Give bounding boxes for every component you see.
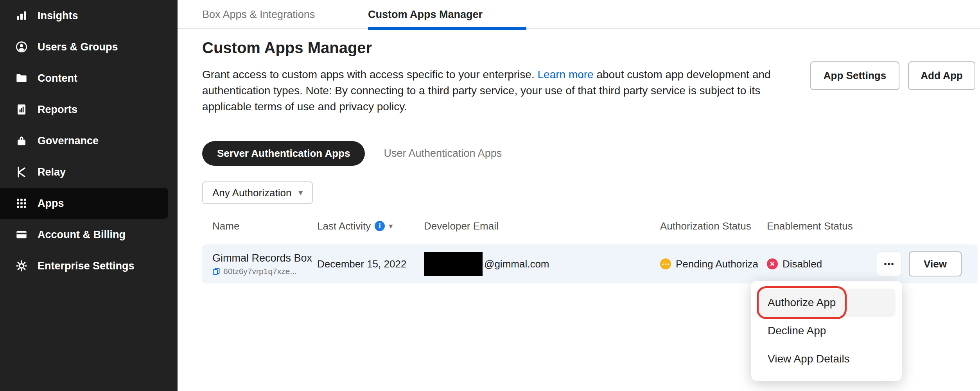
sidebar-item-label: Enterprise Settings bbox=[38, 260, 135, 272]
sidebar-item-label: Reports bbox=[38, 104, 77, 116]
app-client-id: 60tz6y7vrp1q7xze... bbox=[212, 267, 297, 276]
sidebar-item-enterprise-settings[interactable]: Enterprise Settings bbox=[0, 250, 178, 282]
disabled-status-icon: × bbox=[767, 258, 778, 269]
sidebar-item-label: Insights bbox=[38, 10, 78, 22]
description-text-before: Grant access to custom apps with access … bbox=[202, 68, 537, 81]
sidebar-item-insights[interactable]: Insights bbox=[0, 0, 178, 31]
authorization-status-cell: ⋯ Pending Authorization bbox=[660, 244, 758, 283]
developer-email-cell: @gimmal.com bbox=[424, 244, 549, 283]
chevron-down-icon: ▾ bbox=[298, 188, 303, 197]
sort-caret-icon[interactable]: ▾ bbox=[389, 221, 393, 231]
view-button[interactable]: View bbox=[909, 251, 962, 276]
column-header-last-activity[interactable]: Last Activity i ▾ bbox=[317, 217, 393, 235]
menu-item-decline-app[interactable]: Decline App bbox=[757, 317, 896, 345]
auth-type-toggle: Server Authentication Apps User Authenti… bbox=[202, 141, 502, 166]
sidebar-item-label: Relay bbox=[38, 166, 66, 178]
copy-document-icon bbox=[212, 267, 220, 275]
email-domain: @gimmal.com bbox=[484, 258, 549, 270]
app-settings-button[interactable]: App Settings bbox=[810, 61, 899, 90]
lock-icon bbox=[15, 134, 28, 147]
app-name-cell: Gimmal Records Box 60tz6y7vrp1q7xze... bbox=[212, 244, 312, 283]
sidebar: Insights Users & Groups Content Reports bbox=[0, 0, 178, 391]
sidebar-item-users-groups[interactable]: Users & Groups bbox=[0, 31, 178, 63]
app-name: Gimmal Records Box bbox=[212, 252, 312, 264]
sidebar-item-label: Governance bbox=[38, 135, 99, 147]
page-description: Grant access to custom apps with access … bbox=[202, 66, 793, 115]
sidebar-item-governance[interactable]: Governance bbox=[0, 125, 178, 156]
sidebar-item-label: Users & Groups bbox=[38, 41, 118, 53]
relay-icon bbox=[15, 165, 28, 179]
column-header-developer-email[interactable]: Developer Email bbox=[424, 217, 499, 235]
server-auth-apps-tab[interactable]: Server Authentication Apps bbox=[202, 141, 365, 166]
info-icon[interactable]: i bbox=[375, 221, 385, 231]
top-tab-bar: Box Apps & Integrations Custom Apps Mana… bbox=[178, 0, 980, 29]
redacted-email-block bbox=[424, 252, 483, 276]
learn-more-link[interactable]: Learn more bbox=[537, 68, 593, 81]
tab-custom-apps-manager[interactable]: Custom Apps Manager bbox=[368, 0, 483, 29]
column-header-name[interactable]: Name bbox=[212, 217, 239, 235]
row-actions-context-menu: Authorize App Decline App View App Detai… bbox=[751, 281, 902, 381]
sidebar-item-label: Content bbox=[38, 72, 77, 84]
authorization-status-text: Pending Authorization bbox=[676, 258, 758, 270]
users-icon bbox=[15, 40, 28, 54]
add-app-button[interactable]: Add App bbox=[908, 61, 975, 90]
sidebar-item-label: Account & Billing bbox=[38, 229, 126, 241]
sidebar-item-account-billing[interactable]: Account & Billing bbox=[0, 219, 178, 250]
main-content: Box Apps & Integrations Custom Apps Mana… bbox=[178, 0, 980, 391]
enablement-status-cell: × Disabled bbox=[767, 244, 822, 283]
sidebar-item-content[interactable]: Content bbox=[0, 63, 178, 94]
enablement-status-text: Disabled bbox=[783, 258, 822, 270]
pending-status-icon: ⋯ bbox=[660, 258, 671, 269]
box-admin-console: Insights Users & Groups Content Reports bbox=[0, 0, 980, 391]
last-activity-cell: December 15, 2022 bbox=[317, 244, 406, 283]
sidebar-item-reports[interactable]: Reports bbox=[0, 94, 178, 125]
more-options-button[interactable]: ••• bbox=[877, 251, 902, 276]
apps-grid-icon bbox=[15, 197, 28, 210]
report-icon bbox=[15, 103, 28, 116]
sidebar-item-label: Apps bbox=[38, 197, 64, 210]
authorization-filter-dropdown[interactable]: Any Authorization ▾ bbox=[202, 181, 313, 204]
menu-item-view-app-details[interactable]: View App Details bbox=[757, 345, 896, 373]
page-title: Custom Apps Manager bbox=[202, 39, 372, 57]
gear-icon bbox=[15, 259, 28, 273]
column-header-enablement-status[interactable]: Enablement Status bbox=[767, 217, 853, 235]
bar-chart-icon bbox=[15, 9, 28, 22]
sidebar-item-relay[interactable]: Relay bbox=[0, 156, 178, 188]
tab-box-apps-integrations[interactable]: Box Apps & Integrations bbox=[202, 0, 315, 29]
credit-card-icon bbox=[15, 228, 28, 241]
folder-icon bbox=[15, 72, 28, 85]
table-header-row: Name Last Activity i ▾ Developer Email A… bbox=[178, 217, 980, 235]
table-row[interactable]: Gimmal Records Box 60tz6y7vrp1q7xze... D… bbox=[202, 244, 978, 283]
filter-selected-value: Any Authorization bbox=[212, 187, 291, 199]
column-header-authorization-status[interactable]: Authorization Status bbox=[660, 217, 751, 235]
menu-item-authorize-app[interactable]: Authorize App bbox=[757, 289, 896, 317]
sidebar-item-apps[interactable]: Apps bbox=[0, 188, 168, 219]
user-auth-apps-tab[interactable]: User Authentication Apps bbox=[384, 147, 502, 160]
